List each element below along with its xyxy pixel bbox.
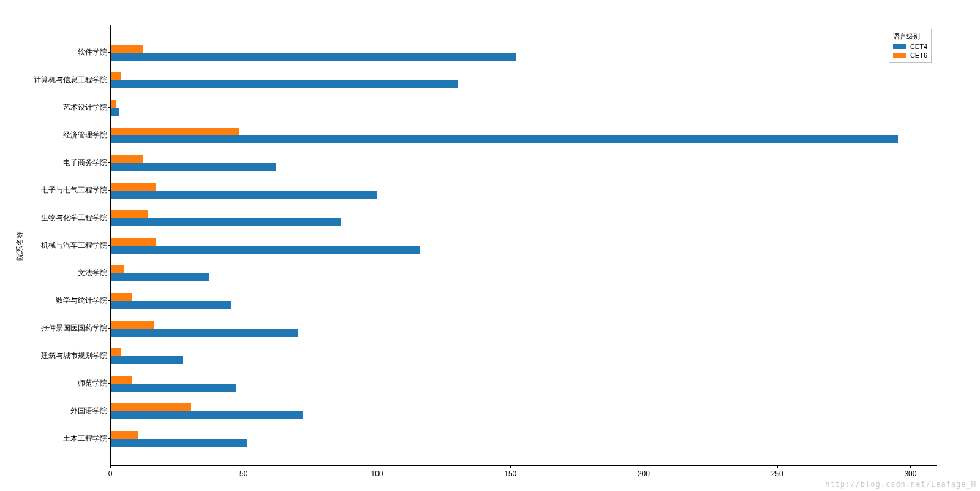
x-tick-mark: [910, 466, 911, 468]
bar-cet6: [111, 128, 239, 135]
x-tick-mark: [644, 466, 644, 468]
x-tick-mark: [377, 466, 377, 468]
legend-title: 语言级别: [893, 32, 927, 41]
legend-label-cet4: CET4: [910, 42, 927, 51]
bar-cet4: [111, 356, 183, 364]
bar-cet6: [111, 321, 154, 329]
x-tick-label: 50: [239, 470, 247, 478]
bar-cet6: [111, 45, 143, 53]
x-tick-mark: [244, 466, 244, 468]
plot-area: 语言级别 CET4 CET6: [110, 25, 937, 466]
x-tick-mark: [110, 466, 111, 468]
bar-cet4: [111, 163, 276, 171]
bar-cet4: [111, 246, 420, 254]
bar-cet4: [111, 329, 298, 337]
y-axis-ticks: 软件学院计算机与信息工程学院艺术设计学院经济管理学院电子商务学院电子与电气工程学…: [0, 25, 107, 466]
watermark: http://blog.csdn.net/Leafage_M: [825, 480, 976, 489]
x-tick-label: 100: [371, 470, 383, 478]
bar-cet4: [111, 108, 119, 116]
bar-cet6: [111, 376, 132, 384]
bar-cet4: [111, 53, 516, 61]
y-tick-label: 电子商务学院: [63, 158, 107, 168]
y-tick-label: 外国语学院: [70, 406, 107, 416]
bar-cet6: [111, 265, 124, 273]
legend-label-cet6: CET6: [910, 51, 927, 59]
bar-cet6: [111, 293, 132, 301]
x-tick-label: 150: [504, 470, 516, 478]
bar-cet6: [111, 210, 148, 218]
bar-cet6: [111, 72, 121, 80]
bar-cet4: [111, 135, 898, 143]
bar-cet4: [111, 273, 209, 281]
x-tick-label: 300: [904, 470, 916, 478]
y-tick-label: 文法学院: [78, 268, 107, 278]
y-tick-label: 经济管理学院: [63, 130, 107, 140]
y-tick-label: 师范学院: [78, 378, 107, 389]
bar-cet6: [111, 155, 143, 163]
bar-cet4: [111, 191, 377, 199]
bar-cet6: [111, 348, 121, 356]
bar-cet4: [111, 439, 247, 447]
bar-cet4: [111, 218, 341, 226]
y-tick-label: 计算机与信息工程学院: [34, 75, 107, 85]
y-tick-label: 艺术设计学院: [63, 102, 107, 113]
x-axis-ticks: 050100150200250300: [110, 466, 937, 484]
legend-swatch-cet4: [893, 44, 907, 49]
x-tick-label: 200: [638, 470, 650, 478]
x-tick-label: 0: [108, 470, 113, 478]
bar-cet4: [111, 80, 458, 88]
bar-cet4: [111, 301, 231, 309]
y-tick-label: 土木工程学院: [63, 433, 107, 444]
y-tick-label: 生物与化学工程学院: [41, 213, 107, 223]
y-tick-label: 建筑与城市规划学院: [41, 351, 107, 361]
y-tick-label: 数学与统计学院: [56, 295, 107, 306]
bars-container: [111, 25, 937, 465]
x-tick-mark: [510, 466, 511, 468]
legend-item-cet6: CET6: [893, 51, 927, 59]
legend-item-cet4: CET4: [893, 42, 927, 51]
legend-swatch-cet6: [893, 53, 907, 58]
y-tick-label: 软件学院: [78, 47, 107, 58]
bar-cet4: [111, 411, 303, 419]
bar-cet6: [111, 238, 156, 246]
x-tick-label: 250: [771, 470, 783, 478]
y-tick-label: 张仲景国医国药学院: [41, 323, 107, 333]
bar-cet6: [111, 183, 156, 191]
bar-cet6: [111, 100, 116, 108]
y-tick-label: 电子与电气工程学院: [41, 185, 107, 196]
x-tick-mark: [777, 466, 778, 468]
y-tick-label: 机械与汽车工程学院: [41, 240, 107, 251]
legend: 语言级别 CET4 CET6: [889, 29, 932, 63]
bar-cet6: [111, 431, 138, 439]
bar-cet6: [111, 403, 191, 411]
bar-cet4: [111, 384, 236, 392]
